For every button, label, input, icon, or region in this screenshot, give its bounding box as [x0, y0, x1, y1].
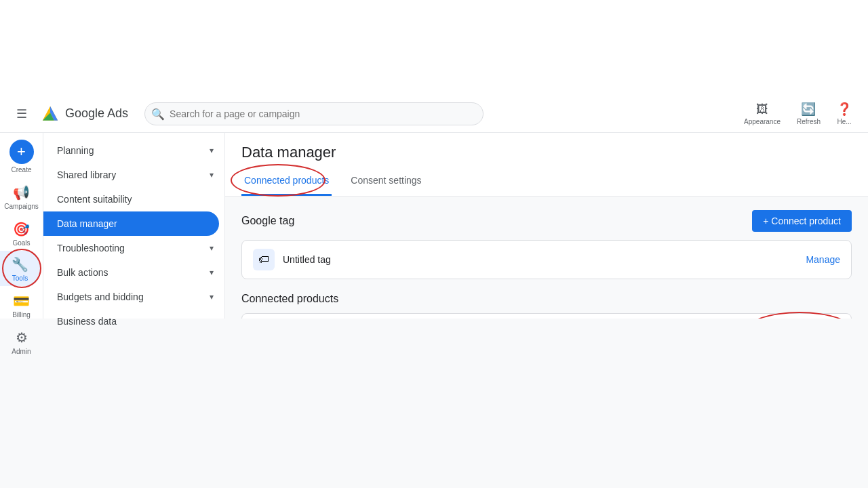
manage-link-annotation — [745, 312, 854, 319]
main-layout: + Create 📢 Campaigns 🎯 Goals 🔧 Tools 💳 B… — [0, 133, 868, 319]
hamburger-menu[interactable]: ☰ — [11, 101, 33, 127]
sidebar-item-goals[interactable]: 🎯 Goals — [0, 214, 43, 251]
tag-card-left: 🏷 Untitled tag — [253, 249, 331, 270]
sidebar-item-data-manager[interactable]: Data manager — [43, 211, 219, 236]
connect-product-button[interactable]: + Connect product — [752, 210, 852, 232]
help-label: He... — [837, 118, 851, 125]
tools-icon: 🔧 — [12, 256, 28, 272]
main-content: Data manager Connected products Consent … — [225, 133, 868, 319]
refresh-icon: 🔄 — [801, 102, 816, 117]
sidebar-item-admin[interactable]: ⚙ Admin — [0, 323, 43, 359]
appearance-label: Appearance — [744, 118, 781, 125]
connected-products-title: Connected products — [241, 293, 338, 305]
campaigns-icon: 📢 — [13, 184, 30, 201]
goals-icon: 🎯 — [13, 221, 30, 237]
top-whitespace — [0, 0, 868, 95]
campaigns-label: Campaigns — [4, 203, 39, 210]
tools-nav-wrapper: 🔧 Tools — [0, 251, 43, 286]
billing-label: Billing — [12, 311, 31, 319]
left-sidebar-nav: + Create 📢 Campaigns 🎯 Goals 🔧 Tools 💳 B… — [0, 133, 43, 319]
logo-icon — [41, 104, 60, 123]
tag-icon: 🏷 — [253, 249, 275, 270]
budgets-bidding-chevron: ▾ — [210, 292, 214, 302]
connected-products-card: Google Analytics (GA4) & Firebase ⓘ ✓ 2 … — [241, 313, 852, 319]
sidebar-item-bulk-actions[interactable]: Bulk actions ▾ — [43, 260, 224, 285]
connected-products-header: Connected products — [241, 293, 852, 305]
google-tag-header: Google tag + Connect product — [241, 210, 852, 232]
bulk-actions-chevron: ▾ — [210, 268, 214, 277]
sidebar-item-shared-library[interactable]: Shared library ▾ — [43, 163, 224, 187]
search-icon: 🔍 — [151, 107, 165, 120]
sidebar-item-business-data[interactable]: Business data — [43, 309, 224, 333]
google-tag-card: 🏷 Untitled tag Manage — [241, 240, 852, 279]
sidebar-item-create[interactable]: + Create — [0, 133, 43, 178]
admin-icon: ⚙ — [16, 329, 28, 346]
search-input[interactable] — [144, 102, 484, 125]
troubleshooting-chevron: ▾ — [210, 243, 214, 253]
secondary-sidebar: Planning ▾ Shared library ▾ Content suit… — [43, 133, 225, 319]
logo-area: Google Ads — [41, 104, 128, 123]
tag-name: Untitled tag — [283, 254, 331, 265]
google-tag-title: Google tag — [241, 215, 294, 227]
app-header: ☰ Google Ads 🔍 🖼 Appearance 🔄 Refresh ❓ — [0, 95, 868, 133]
header-right: 🖼 Appearance 🔄 Refresh ❓ He... — [738, 99, 857, 128]
sidebar-item-budgets-bidding[interactable]: Budgets and bidding ▾ — [43, 285, 224, 309]
billing-icon: 💳 — [13, 293, 30, 309]
planning-chevron: ▾ — [210, 146, 214, 155]
appearance-icon: 🖼 — [756, 102, 768, 117]
logo-text: Google Ads — [65, 106, 128, 121]
sidebar-item-billing[interactable]: 💳 Billing — [0, 286, 43, 323]
refresh-button[interactable]: 🔄 Refresh — [791, 99, 826, 128]
sidebar-item-campaigns[interactable]: 📢 Campaigns — [0, 178, 43, 214]
create-label: Create — [11, 166, 31, 174]
sidebar-item-troubleshooting[interactable]: Troubleshooting ▾ — [43, 236, 224, 260]
page-title: Data manager — [241, 144, 852, 161]
search-bar-container: 🔍 — [144, 102, 484, 125]
help-button[interactable]: ❓ He... — [831, 99, 857, 128]
admin-label: Admin — [12, 348, 31, 355]
tab-connected-products[interactable]: Connected products — [241, 169, 332, 196]
header-left: ☰ Google Ads — [11, 101, 128, 127]
connected-products-section: Connected products Goo — [241, 293, 852, 319]
help-icon: ❓ — [837, 102, 852, 117]
tools-label: Tools — [12, 274, 28, 282]
create-icon: + — [9, 140, 34, 164]
tab-consent-settings[interactable]: Consent settings — [348, 169, 424, 196]
shared-library-chevron: ▾ — [210, 170, 214, 180]
manage-tag-link[interactable]: Manage — [806, 254, 840, 265]
sidebar-item-tools[interactable]: 🔧 Tools — [0, 251, 40, 286]
appearance-button[interactable]: 🖼 Appearance — [738, 100, 786, 128]
goals-label: Goals — [12, 239, 30, 247]
tabs-container: Connected products Consent settings — [241, 169, 852, 196]
content-header: Data manager Connected products Consent … — [225, 133, 868, 197]
google-tag-section: Google tag + Connect product 🏷 Untitled … — [241, 210, 852, 279]
refresh-label: Refresh — [797, 118, 821, 125]
content-body: Google tag + Connect product 🏷 Untitled … — [225, 197, 868, 319]
sidebar-item-content-suitability[interactable]: Content suitability — [43, 187, 224, 211]
sidebar-item-planning[interactable]: Planning ▾ — [43, 138, 224, 163]
